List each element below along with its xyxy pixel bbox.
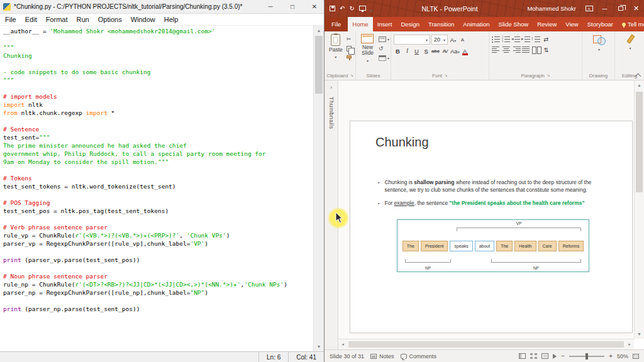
reading-view-button[interactable] [541, 353, 548, 359]
minimize-button[interactable]: ─ [261, 0, 280, 13]
text-shadow-button[interactable]: S [422, 47, 430, 55]
clipboard-dialog-launcher-icon[interactable] [350, 73, 353, 78]
tab-animations[interactable]: Animation [458, 17, 494, 31]
bold-button[interactable]: B [394, 47, 402, 55]
save-icon[interactable] [330, 6, 335, 11]
undo-icon[interactable]: ↶ [340, 6, 345, 12]
decrease-font-size-button[interactable]: A [458, 35, 467, 44]
increase-indent-button[interactable] [522, 35, 531, 43]
menu-options[interactable]: Options [94, 16, 126, 23]
zoom-level[interactable]: 50% [617, 353, 628, 359]
tab-review[interactable]: Review [533, 17, 561, 31]
slide-sorter-view-button[interactable] [530, 353, 537, 359]
ppt-close-button[interactable]: ✕ [628, 0, 644, 17]
font-dialog-launcher-icon[interactable] [444, 73, 448, 78]
justify-button[interactable] [522, 46, 531, 53]
copy-button[interactable] [347, 45, 355, 52]
align-center-button[interactable] [502, 46, 511, 53]
ppt-horizontal-scrollbar[interactable] [338, 339, 634, 349]
slide[interactable]: Chunking Chunking is shallow parsing whe… [350, 121, 633, 333]
tab-insert[interactable]: Insert [373, 17, 397, 31]
menu-file[interactable]: File [1, 16, 21, 23]
ppt-scroll-up-icon[interactable] [635, 80, 644, 90]
columns-button[interactable] [532, 46, 541, 53]
slide-layout-button[interactable] [379, 35, 389, 43]
collapse-ribbon-icon[interactable] [634, 72, 641, 79]
bullets-button[interactable] [492, 35, 501, 43]
ppt-vscroll-thumb[interactable] [636, 92, 643, 192]
italic-button[interactable]: I [403, 47, 411, 55]
zoom-slider[interactable] [569, 356, 604, 357]
tab-transitions[interactable]: Transition [424, 17, 458, 31]
ribbon-display-options-button[interactable]: ∧ [581, 0, 597, 17]
account-name[interactable]: Mohammed Shokr [527, 5, 576, 12]
cut-button[interactable]: ✂ [347, 35, 355, 43]
normal-view-button[interactable] [519, 353, 526, 359]
close-button[interactable]: ✕ [305, 0, 324, 13]
tab-view[interactable]: View [561, 17, 582, 31]
font-name-combobox[interactable] [394, 35, 430, 45]
paste-button[interactable]: Paste [327, 33, 345, 61]
menu-edit[interactable]: Edit [21, 16, 42, 23]
text-direction-button[interactable]: ⇄ [542, 35, 550, 43]
tab-file[interactable]: File [325, 17, 348, 31]
tab-slide-show[interactable]: Slide Show [494, 17, 533, 31]
code-editor[interactable]: __author__ = 'Mohammed Shokr <mohammedsh… [0, 26, 313, 351]
align-right-button[interactable] [512, 46, 521, 53]
customize-qat-icon[interactable] [370, 3, 372, 14]
increase-font-size-button[interactable]: A [449, 35, 457, 44]
paragraph-dialog-launcher-icon[interactable] [547, 73, 550, 78]
section-button[interactable] [379, 54, 389, 62]
tab-tell-me[interactable]: Tell me [618, 17, 644, 31]
font-color-button[interactable]: A [461, 47, 469, 55]
ppt-scroll-down-icon[interactable] [635, 329, 644, 339]
menu-window[interactable]: Window [126, 16, 160, 23]
numbering-button[interactable] [502, 35, 511, 43]
diagram-cell: President [421, 241, 448, 251]
slide-title[interactable]: Chunking [375, 135, 429, 150]
zoom-in-button[interactable]: + [609, 353, 613, 359]
format-painter-button[interactable] [347, 54, 355, 62]
reset-slide-button[interactable]: ↺ [379, 45, 389, 52]
start-slideshow-icon[interactable] [359, 6, 366, 11]
scrollbar-thumb[interactable] [315, 36, 323, 94]
editing-button[interactable] [624, 33, 636, 52]
ppt-vertical-scrollbar[interactable] [634, 80, 644, 339]
ppt-scroll-left-icon[interactable] [338, 339, 347, 349]
zoom-out-button[interactable]: − [561, 353, 565, 359]
menu-format[interactable]: Format [42, 16, 72, 23]
tab-home[interactable]: Home [348, 17, 372, 31]
align-left-button[interactable] [492, 46, 501, 53]
decrease-indent-button[interactable] [512, 35, 521, 43]
zoom-slider-thumb[interactable] [586, 353, 588, 359]
character-spacing-button[interactable]: AV [441, 47, 449, 55]
comments-button[interactable]: Comments [401, 353, 437, 359]
underline-button[interactable]: U [413, 47, 421, 55]
redo-icon[interactable]: ↻ [349, 6, 354, 12]
chunking-diagram[interactable]: VP The President speaks about The Health… [397, 219, 589, 272]
ppt-hscroll-thumb[interactable] [348, 341, 624, 348]
scroll-down-icon[interactable] [314, 342, 324, 351]
drawing-button[interactable] [591, 33, 608, 53]
menu-help[interactable]: Help [160, 16, 183, 23]
new-slide-button[interactable]: New Slide [358, 33, 377, 64]
ppt-scroll-right-icon[interactable] [625, 339, 634, 349]
ppt-restore-button[interactable] [613, 0, 628, 17]
menu-run[interactable]: Run [72, 16, 94, 23]
ppt-minimize-button[interactable]: ─ [597, 0, 613, 17]
line-spacing-button[interactable] [532, 35, 541, 43]
notes-button[interactable]: Notes [370, 353, 394, 359]
slideshow-view-button[interactable] [553, 354, 557, 359]
font-size-combobox[interactable]: 20 [431, 35, 448, 45]
scroll-up-icon[interactable] [314, 26, 324, 35]
fit-to-window-button[interactable] [633, 354, 639, 359]
maximize-button[interactable]: □ [283, 0, 302, 13]
slide-body-textbox[interactable]: Chunking is shallow parsing where instea… [378, 179, 598, 214]
tab-storyboarding[interactable]: Storyboar [583, 17, 618, 31]
tab-design[interactable]: Design [396, 17, 424, 31]
expand-thumbnails-icon[interactable] [330, 84, 332, 90]
idle-vertical-scrollbar[interactable] [313, 26, 324, 351]
convert-smartart-button[interactable]: ⇅ [542, 45, 550, 54]
strikethrough-button[interactable]: abc [431, 47, 440, 55]
change-case-button[interactable]: Aa [450, 47, 460, 55]
